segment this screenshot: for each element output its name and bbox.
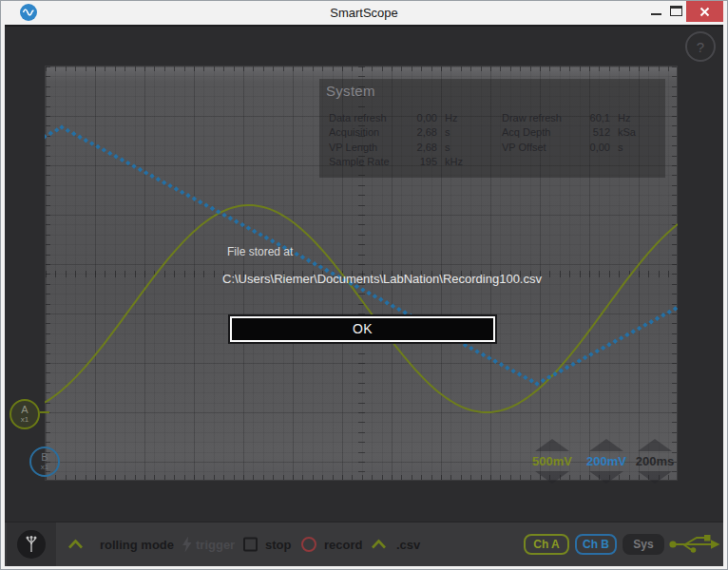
minimize-button[interactable] [651, 13, 661, 15]
usb-icon [668, 534, 721, 555]
dialog-file-path: C:\Users\Riemer\Documents\LabNation\Reco… [222, 272, 542, 286]
trigger-label: trigger [196, 538, 235, 552]
app-window: SmartScope System Data refresh [0, 0, 728, 570]
help-question-icon: ? [697, 39, 704, 55]
scale-down-arrow-icon[interactable] [535, 471, 569, 484]
stat-row: VP Length 2,68 s [329, 140, 463, 155]
ok-button[interactable]: OK [230, 316, 495, 342]
stat-row: Acq Depth 512 kSa [502, 125, 636, 141]
rolling-mode-chevron-icon[interactable] [67, 540, 84, 550]
scale-up-arrow-icon[interactable] [589, 439, 623, 451]
stop-checkbox[interactable] [243, 538, 258, 552]
window-title: SmartScope [1, 6, 727, 20]
channel-a-marker[interactable]: A x1 [10, 399, 40, 429]
close-x-icon [699, 7, 710, 17]
scale-up-arrow-icon[interactable] [638, 439, 672, 451]
system-stats-right: Draw refresh 60,1 Hz Acq Depth 512 kSa V… [502, 110, 636, 155]
scope-content: System Data refresh 0,00 Hz Acquisition … [5, 25, 723, 564]
stat-row: Draw refresh 60,1 Hz [502, 110, 636, 125]
close-button[interactable] [686, 1, 723, 22]
channel-a-button[interactable]: Ch A [524, 534, 569, 555]
channel-a-offset-line [40, 411, 49, 413]
dialog-message: File stored at [227, 245, 293, 258]
stop-label[interactable]: stop [265, 538, 291, 552]
scale-up-arrow-icon[interactable] [535, 439, 569, 451]
csv-label[interactable]: .csv [396, 538, 420, 552]
channel-b-button[interactable]: Ch B [575, 534, 617, 555]
timebase-scale-control[interactable]: 200ms [628, 454, 681, 468]
stat-row: Acquisition 2,68 s [329, 125, 463, 141]
system-panel: System Data refresh 0,00 Hz Acquisition … [319, 79, 665, 178]
bottom-toolbar: rolling mode trigger stop record .csv Ch… [5, 522, 723, 566]
maximize-button[interactable] [670, 6, 682, 16]
scale-down-arrow-icon[interactable] [589, 471, 623, 484]
channel-b-marker[interactable]: B x1 [29, 446, 60, 477]
system-button[interactable]: Sys [623, 534, 664, 555]
stat-row: Sample Rate 195 kHz [329, 155, 463, 170]
record-label[interactable]: record [324, 538, 362, 552]
channel-a-scale-control[interactable]: 500mV [526, 454, 579, 468]
record-circle-icon[interactable] [301, 537, 316, 552]
labnation-logo-icon [17, 530, 46, 559]
labnation-menu-button[interactable] [7, 522, 56, 566]
stat-row: VP Offset 0,00 s [502, 140, 636, 155]
trigger-bolt-icon [182, 537, 192, 553]
scale-down-arrow-icon[interactable] [638, 471, 672, 484]
system-panel-title: System [326, 83, 375, 99]
help-button[interactable]: ? [685, 31, 716, 62]
rolling-mode-label[interactable]: rolling mode [100, 538, 174, 552]
csv-chevron-icon[interactable] [371, 540, 387, 550]
system-stats-left: Data refresh 0,00 Hz Acquisition 2,68 s … [329, 110, 463, 169]
stat-row: Data refresh 0,00 Hz [329, 110, 463, 125]
channel-b-scale-control[interactable]: 200mV [580, 454, 633, 468]
titlebar: SmartScope [1, 1, 727, 25]
